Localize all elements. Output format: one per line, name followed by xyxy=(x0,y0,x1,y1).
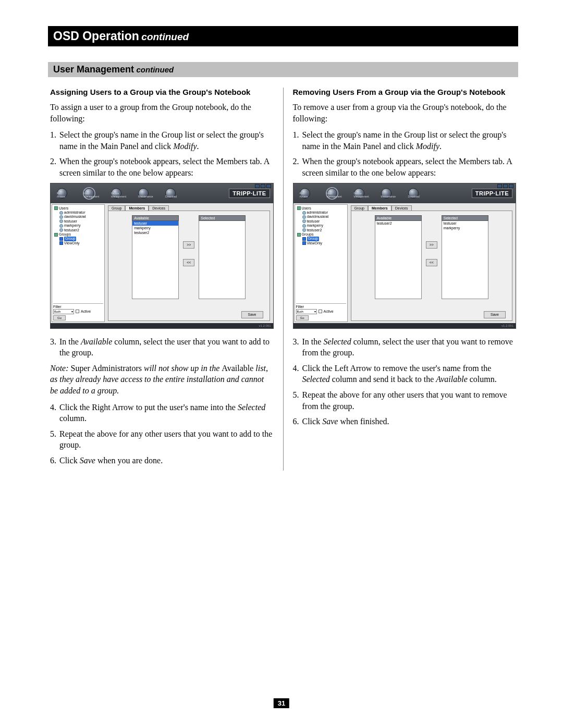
app-toolbar: Port Access User Management Device Manag… xyxy=(51,183,273,203)
right-subtitle: Removing Users From a Group via the Grou… xyxy=(293,88,517,96)
available-list: Available testuser markperry testuser2 xyxy=(132,215,179,299)
brand-logo: TRIPP·LITE xyxy=(472,189,512,198)
left-step-4: Click the Right Arrow to put the user's … xyxy=(50,402,274,424)
members-panel: Available testuser2 >> << Selected xyxy=(351,211,513,321)
arrow-left-button: << xyxy=(183,259,194,266)
selected-list: Selected xyxy=(199,215,246,299)
status-bar: v1.2.091 xyxy=(293,323,516,328)
tab-devices: Devices xyxy=(391,205,412,211)
left-intro: To assign a user to a group from the Gro… xyxy=(50,102,274,124)
screenshot-assign: Port Access User Management Device Manag… xyxy=(50,183,274,329)
app-toolbar: Port Access User Management Device Manag… xyxy=(293,183,516,203)
arrow-right-button: >> xyxy=(183,241,194,249)
right-step-4: Click the Left Arrow to remove the user'… xyxy=(293,363,517,385)
list-item: testuser2 xyxy=(375,221,421,226)
section-header: User Management continued xyxy=(48,62,518,77)
filter-go-button: Go xyxy=(296,315,309,320)
page-header: OSD Operation continued xyxy=(48,26,518,46)
section-continued: continued xyxy=(137,65,174,74)
right-intro: To remove a user from a group via the Gr… xyxy=(293,102,517,124)
sidebar-tree: Users administrator davidmuskrat testuse… xyxy=(52,204,105,322)
available-list: Available testuser2 xyxy=(375,215,422,299)
arrow-left-button: << xyxy=(426,259,437,266)
list-item: testuser xyxy=(132,221,178,226)
filter-go-button: Go xyxy=(53,315,66,320)
filter-panel: Filter Both▾ Active Go xyxy=(296,303,346,320)
brand-logo: TRIPP·LITE xyxy=(229,189,270,198)
tab-devices: Devices xyxy=(149,205,169,211)
right-step-3: In the Selected column, select the user … xyxy=(293,336,517,359)
left-column: Assigning Users to a Group via the Group… xyxy=(48,88,283,471)
left-step-5: Repeat the above for any other users tha… xyxy=(50,428,274,451)
tab-members: Members xyxy=(368,205,391,211)
save-button: Save xyxy=(484,311,506,318)
right-step-5: Repeat the above for any other users tha… xyxy=(293,389,517,412)
filter-checkbox xyxy=(319,310,322,313)
left-step-1: Select the group's name in the Group lis… xyxy=(50,129,274,152)
right-column: Removing Users From a Group via the Grou… xyxy=(283,88,519,471)
section-title: User Management xyxy=(53,64,134,75)
status-bar: v1.2.091 xyxy=(51,323,273,328)
window-buttons xyxy=(497,184,513,188)
right-step-6: Click Save when finished. xyxy=(293,416,517,427)
screenshot-remove: Port Access User Management Device Manag… xyxy=(293,183,517,329)
right-step-1: Select the group's name in the Group lis… xyxy=(293,129,517,152)
tab-group: Group xyxy=(108,205,125,211)
list-item: markperry xyxy=(132,226,178,230)
page-number: 31 xyxy=(274,698,289,708)
list-item: markperry xyxy=(442,226,488,230)
tab-group: Group xyxy=(351,205,368,211)
left-step-3: In the Available column, select the user… xyxy=(50,336,274,359)
selected-list: Selected testuser markperry xyxy=(442,215,488,299)
header-continued: continued xyxy=(141,31,189,42)
filter-checkbox xyxy=(76,310,79,313)
list-item: testuser xyxy=(442,221,488,226)
left-step-2: When the group's notebook appears, selec… xyxy=(50,156,274,178)
left-subtitle: Assigning Users to a Group via the Group… xyxy=(50,88,274,96)
members-panel: Available testuser markperry testuser2 >… xyxy=(108,211,270,321)
tab-members: Members xyxy=(125,205,149,211)
left-note: Note: Super Administrators will not show… xyxy=(50,363,274,397)
filter-select: Both▾ xyxy=(53,309,74,314)
list-item: testuser2 xyxy=(132,230,178,235)
window-buttons xyxy=(255,184,271,188)
tabs-row: Group Members Devices xyxy=(106,204,272,211)
left-step-6: Click Save when you are done. xyxy=(50,455,274,466)
right-step-2: When the group's notebook appears, selec… xyxy=(293,156,517,178)
sidebar-tree: Users administrator davidmuskrat testuse… xyxy=(295,204,348,322)
header-title: OSD Operation xyxy=(53,29,139,43)
filter-select: Both▾ xyxy=(296,309,317,314)
save-button: Save xyxy=(241,311,263,318)
tabs-row: Group Members Devices xyxy=(349,204,515,211)
arrow-right-button: >> xyxy=(426,241,437,249)
filter-panel: Filter Both▾ Active Go xyxy=(53,303,103,320)
